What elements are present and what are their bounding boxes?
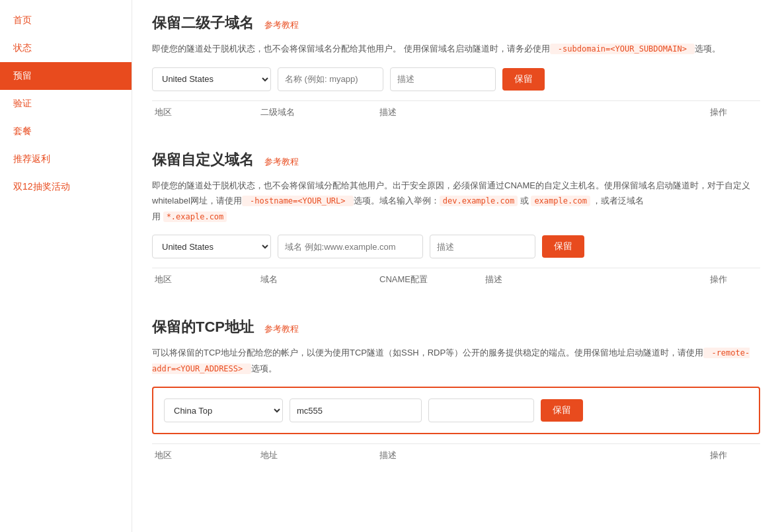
custom-domain-ref-link[interactable]: 参考教程 <box>264 156 299 168</box>
subdomain-ref-link[interactable]: 参考教程 <box>264 19 299 31</box>
sidebar: 首页状态预留验证套餐推荐返利双12抽奖活动 <box>0 0 132 532</box>
subdomain-name-input[interactable] <box>278 67 383 91</box>
custom-domain-mid2: 或 <box>518 196 531 206</box>
custom-domain-mid: 选项。域名输入举例： <box>354 196 440 206</box>
subdomain-form-row: United States United States China Top 保留 <box>152 67 760 91</box>
tcp-th-ops: 操作 <box>707 449 760 461</box>
tcp-reserve-button[interactable]: 保留 <box>541 399 583 422</box>
custom-domain-th-ops: 操作 <box>707 274 760 285</box>
tcp-th-desc: 描述 <box>377 449 707 461</box>
subdomain-section: 保留二级子域名 参考教程 即使您的隧道处于脱机状态，也不会将保留域名分配给其他用… <box>152 13 760 124</box>
custom-domain-form-row: United States United States China Top 保留 <box>152 235 760 258</box>
subdomain-region-select[interactable]: United States United States China Top <box>152 67 271 91</box>
subdomain-table-header: 地区 二级域名 描述 操作 <box>152 100 760 124</box>
subdomain-th-ops: 操作 <box>707 106 760 118</box>
tcp-address-input[interactable] <box>290 399 422 422</box>
custom-domain-th-region: 地区 <box>152 274 258 285</box>
subdomain-desc-end: 选项。 <box>695 44 721 54</box>
tcp-table-header: 地区 地址 描述 操作 <box>152 443 760 467</box>
custom-domain-region-select[interactable]: United States United States China Top <box>152 235 271 258</box>
sidebar-item-referral[interactable]: 推荐返利 <box>0 145 132 173</box>
sidebar-item-reserve[interactable]: 预留 <box>0 62 132 90</box>
tcp-th-address: 地址 <box>258 449 377 461</box>
tcp-header: 保留的TCP地址 参考教程 <box>152 317 760 337</box>
tcp-th-region: 地区 <box>152 449 258 461</box>
custom-domain-table-header: 地区 域名 CNAME配置 描述 操作 <box>152 268 760 291</box>
subdomain-desc: 即使您的隧道处于脱机状态，也不会将保留域名分配给其他用户。 使用保留域名启动隧道… <box>152 41 760 57</box>
custom-domain-section: 保留自定义域名 参考教程 即使您的隧道处于脱机状态，也不会将保留域分配给其他用户… <box>152 150 760 291</box>
custom-domain-code4: *.exaple.com <box>163 211 227 222</box>
sidebar-item-lottery[interactable]: 双12抽奖活动 <box>0 173 132 201</box>
sidebar-item-home[interactable]: 首页 <box>0 7 132 34</box>
tcp-form-box: China Top United States China Top 保留 <box>152 387 760 434</box>
custom-domain-th-cname: CNAME配置 <box>377 274 483 285</box>
custom-domain-desc-input[interactable] <box>430 235 535 258</box>
main-content: 保留二级子域名 参考教程 即使您的隧道处于脱机状态，也不会将保留域名分配给其他用… <box>132 0 780 532</box>
subdomain-header: 保留二级子域名 参考教程 <box>152 13 760 33</box>
custom-domain-th-desc: 描述 <box>483 274 707 285</box>
subdomain-th-subdomain: 二级域名 <box>258 106 377 118</box>
sidebar-item-status[interactable]: 状态 <box>0 34 132 62</box>
subdomain-desc-text1: 即使您的隧道处于脱机状态，也不会将保留域名分配给其他用户。 使用保留域名启动隧道… <box>152 44 550 54</box>
custom-domain-code3: example.com <box>531 196 590 206</box>
tcp-form-row: China Top United States China Top 保留 <box>164 399 748 422</box>
tcp-desc-input[interactable] <box>428 399 534 422</box>
custom-domain-code1: -hostname=<YOUR_URL> <box>242 196 354 206</box>
tcp-desc-text1: 可以将保留的TCP地址分配给您的帐户，以便为使用TCP隧道（如SSH，RDP等）… <box>152 348 703 358</box>
subdomain-th-desc: 描述 <box>377 106 707 118</box>
sidebar-item-verify[interactable]: 验证 <box>0 90 132 118</box>
sidebar-item-plan[interactable]: 套餐 <box>0 118 132 145</box>
tcp-ref-link[interactable]: 参考教程 <box>264 323 299 335</box>
subdomain-code: -subdomain=<YOUR_SUBDOMAIN> <box>550 44 695 54</box>
subdomain-reserve-button[interactable]: 保留 <box>502 68 545 91</box>
custom-domain-header: 保留自定义域名 参考教程 <box>152 150 760 170</box>
custom-domain-code4-label: 用 <box>152 211 163 221</box>
tcp-region-select[interactable]: China Top United States China Top <box>164 399 283 422</box>
custom-domain-code2: dev.example.com <box>440 196 518 206</box>
custom-domain-mid3: ，或者泛域名 <box>590 196 644 206</box>
subdomain-title: 保留二级子域名 <box>152 13 254 33</box>
tcp-section: 保留的TCP地址 参考教程 可以将保留的TCP地址分配给您的帐户，以便为使用TC… <box>152 317 760 467</box>
tcp-desc-end: 选项。 <box>251 363 277 373</box>
custom-domain-th-domain: 域名 <box>258 274 377 285</box>
custom-domain-reserve-button[interactable]: 保留 <box>542 235 584 258</box>
subdomain-th-region: 地区 <box>152 106 258 118</box>
custom-domain-title: 保留自定义域名 <box>152 150 254 170</box>
custom-domain-domain-input[interactable] <box>278 235 423 258</box>
custom-domain-desc: 即使您的隧道处于脱机状态，也不会将保留域分配给其他用户。出于安全原因，必须保留通… <box>152 178 760 225</box>
tcp-desc: 可以将保留的TCP地址分配给您的帐户，以便为使用TCP隧道（如SSH，RDP等）… <box>152 345 760 376</box>
tcp-title: 保留的TCP地址 <box>152 317 254 337</box>
subdomain-desc-input[interactable] <box>390 67 496 91</box>
